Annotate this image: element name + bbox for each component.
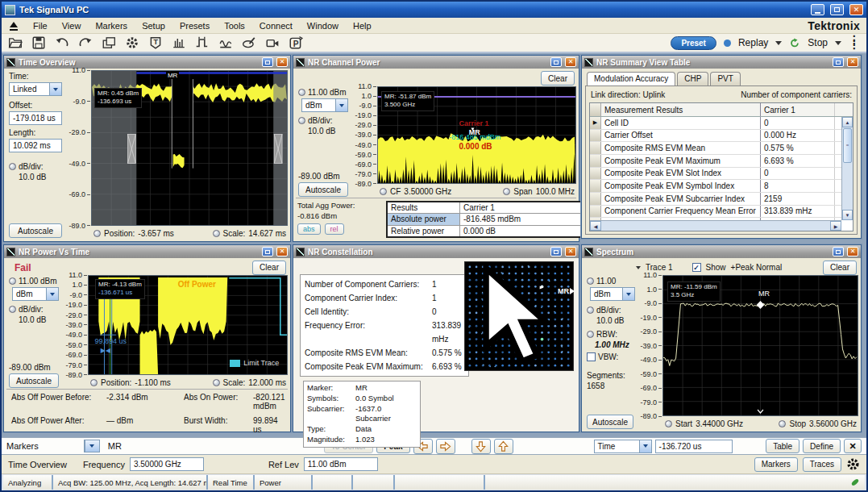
- settings-gear-icon[interactable]: [846, 457, 860, 471]
- tab-modulation-accuracy[interactable]: Modulation Accuracy: [587, 72, 675, 85]
- constellation-title-bar[interactable]: NR Constellation ✕: [293, 245, 579, 258]
- panel-restore-button[interactable]: [550, 247, 562, 256]
- row-selector[interactable]: [590, 155, 601, 167]
- preset-p-icon[interactable]: P: [289, 35, 303, 50]
- adjust-knob-icon[interactable]: [93, 230, 101, 237]
- vbw-checkbox[interactable]: [587, 352, 596, 361]
- menu-help[interactable]: Help: [346, 19, 379, 32]
- marker-down-button[interactable]: [471, 439, 491, 454]
- ref-lev-field[interactable]: 11.00 dBm: [304, 457, 378, 471]
- replay-button[interactable]: Replay: [738, 37, 768, 48]
- adjust-knob-icon[interactable]: [503, 188, 510, 195]
- menu-window[interactable]: Window: [300, 19, 346, 32]
- channel-power-title-bar[interactable]: NR Channel Power ✕: [293, 56, 579, 69]
- panel-close-button[interactable]: ✕: [565, 57, 576, 67]
- column-header-measurement[interactable]: Measurement Results: [601, 103, 761, 116]
- menu-connect[interactable]: Connect: [252, 19, 300, 32]
- pvt-title-bar[interactable]: NR Power Vs Time ✕: [4, 245, 290, 258]
- adjust-knob-icon[interactable]: [587, 306, 594, 314]
- time-overview-title-bar[interactable]: Time Overview ✕: [4, 56, 290, 69]
- row-selector[interactable]: [590, 130, 601, 142]
- adjust-knob-icon[interactable]: [298, 117, 305, 124]
- trigger-tag-icon[interactable]: T: [148, 35, 163, 50]
- panel-close-button[interactable]: ✕: [847, 247, 858, 256]
- table-row[interactable]: Composite Peak EVM Maximum6.693 %: [590, 155, 841, 168]
- analyze-draw-icon[interactable]: [242, 35, 256, 50]
- marker-up-button[interactable]: [494, 439, 513, 454]
- panel-close-button[interactable]: ✕: [847, 57, 858, 67]
- menu-tools[interactable]: Tools: [217, 19, 252, 32]
- menu-setup[interactable]: Setup: [135, 19, 172, 32]
- row-selector[interactable]: [590, 180, 601, 192]
- menu-markers[interactable]: Markers: [88, 19, 135, 32]
- adjust-knob-icon[interactable]: [9, 163, 16, 170]
- length-field[interactable]: 10.092 ms: [9, 139, 62, 152]
- markers-panel-button[interactable]: Markers: [754, 457, 798, 472]
- autoscale-button[interactable]: Autoscale: [298, 182, 348, 197]
- show-checkbox[interactable]: ✓: [692, 263, 701, 272]
- horizontal-scrollbar[interactable]: ◀ ▶: [590, 220, 841, 231]
- display-layout-icon[interactable]: [102, 35, 116, 50]
- constellation-plot[interactable]: MR: [464, 261, 574, 371]
- summary-title-bar[interactable]: NR Summary View Table ✕: [582, 56, 861, 69]
- scroll-left-icon[interactable]: ◀: [590, 221, 601, 231]
- time-trace-icon[interactable]: [218, 35, 233, 50]
- rel-button[interactable]: rel: [325, 223, 344, 235]
- close-marker-bar-button[interactable]: ✕: [844, 439, 862, 453]
- autoscale-button[interactable]: Autoscale: [587, 415, 633, 429]
- trace-collapse-icon[interactable]: [636, 266, 641, 269]
- more-menu-icon[interactable]: ⋮⋮: [849, 38, 860, 47]
- clear-button[interactable]: Clear: [252, 261, 286, 275]
- panel-close-button[interactable]: ✕: [276, 57, 288, 67]
- table-row[interactable]: Composite RMS EVM Mean0.575 %: [590, 142, 841, 155]
- marker-right-button[interactable]: [436, 439, 455, 454]
- panel-close-button[interactable]: ✕: [565, 247, 576, 256]
- stop-button[interactable]: Stop: [808, 37, 828, 48]
- marker-select[interactable]: [84, 440, 100, 452]
- marker-label[interactable]: MR: [166, 72, 179, 79]
- table-row[interactable]: Composite Peak EVM Slot Index0: [590, 168, 841, 181]
- tab-pvt[interactable]: PVT: [710, 72, 740, 85]
- autoscale-button[interactable]: Autoscale: [9, 223, 62, 238]
- table-row[interactable]: Carrier Offset0.000 Hz: [590, 130, 841, 143]
- adjust-knob-icon[interactable]: [665, 420, 672, 427]
- traces-panel-button[interactable]: Traces: [803, 457, 841, 472]
- adjust-knob-icon[interactable]: [298, 89, 305, 96]
- panel-close-button[interactable]: ✕: [276, 247, 288, 256]
- clear-button[interactable]: Clear: [823, 261, 857, 275]
- frequency-field[interactable]: 3.50000 GHz: [130, 457, 204, 471]
- spectrogram-icon[interactable]: [172, 35, 186, 50]
- panel-restore-button[interactable]: [833, 247, 844, 256]
- spectrum-plot[interactable]: MR: -11.59 dBm 3.5 GHz MR: [662, 275, 858, 416]
- table-button[interactable]: Table: [766, 439, 799, 453]
- row-selector[interactable]: [590, 168, 601, 180]
- panel-restore-button[interactable]: [550, 57, 562, 67]
- adjust-knob-icon[interactable]: [9, 306, 16, 313]
- marker-label[interactable]: MR: [469, 128, 480, 136]
- column-header-carrier1[interactable]: Carrier 1: [761, 103, 835, 116]
- minimize-button[interactable]: [811, 4, 824, 15]
- stop-dropdown-icon[interactable]: [835, 41, 841, 45]
- clear-button[interactable]: Clear: [541, 71, 575, 85]
- scroll-down-icon[interactable]: ▼: [842, 210, 853, 220]
- readout-type-select[interactable]: Time: [594, 440, 652, 453]
- save-icon[interactable]: [31, 35, 46, 50]
- panel-restore-button[interactable]: [833, 57, 844, 67]
- vertical-scrollbar[interactable]: ▲ = ▼: [841, 117, 853, 220]
- abs-button[interactable]: abs: [297, 223, 321, 235]
- menu-file[interactable]: File: [26, 19, 55, 32]
- tab-chp[interactable]: CHP: [677, 72, 708, 85]
- marker-position-field[interactable]: -136.720 us: [655, 440, 733, 453]
- menu-view[interactable]: View: [55, 19, 89, 32]
- undo-icon[interactable]: [55, 35, 69, 50]
- spectrum-title-bar[interactable]: Spectrum ✕: [582, 245, 861, 258]
- units-select[interactable]: dBm: [590, 287, 635, 301]
- menu-presets[interactable]: Presets: [172, 19, 217, 32]
- offset-field[interactable]: -179.018 us: [9, 111, 62, 125]
- adjust-knob-icon[interactable]: [90, 379, 98, 386]
- row-selector[interactable]: [590, 193, 601, 205]
- scroll-thumb[interactable]: =: [843, 128, 852, 163]
- marker-label[interactable]: MR: [758, 290, 770, 298]
- time-overview-plot[interactable]: MR: 0.45 dBm -136.693 us MR: [91, 70, 288, 226]
- scroll-right-icon[interactable]: ▶: [830, 221, 841, 231]
